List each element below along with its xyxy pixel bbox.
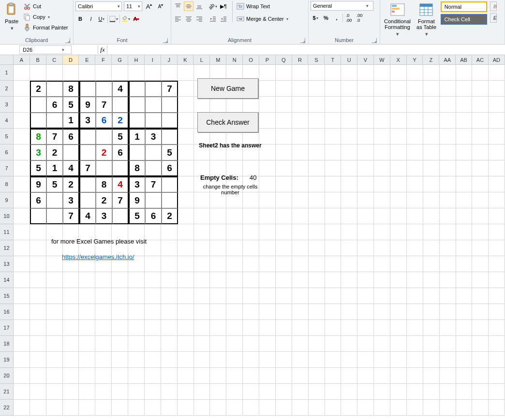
- cell-X15[interactable]: [390, 288, 407, 304]
- cell-AA1[interactable]: [440, 65, 456, 81]
- cell-U9[interactable]: [341, 192, 357, 208]
- cell-E16[interactable]: [79, 304, 95, 320]
- sudoku-cell-r1c7[interactable]: [129, 81, 145, 97]
- cell-S10[interactable]: [309, 208, 325, 224]
- cell-X3[interactable]: [390, 97, 407, 113]
- cell-S6[interactable]: [309, 145, 325, 160]
- cell-H15[interactable]: [128, 288, 145, 304]
- underline-button[interactable]: U▾: [97, 14, 106, 24]
- footer-link[interactable]: https://excelgames.itch.io/: [62, 253, 134, 261]
- sudoku-cell-r2c7[interactable]: [129, 97, 145, 113]
- cell-O10[interactable]: [243, 208, 259, 224]
- sudoku-cell-r2c3[interactable]: 5: [63, 97, 79, 113]
- cell-S11[interactable]: [309, 224, 325, 240]
- cell-AB9[interactable]: [456, 192, 473, 208]
- cell-A8[interactable]: [14, 176, 30, 192]
- cell-style-bad[interactable]: B: [490, 1, 497, 11]
- cell-D20[interactable]: [63, 368, 79, 384]
- sudoku-cell-r4c5[interactable]: [96, 129, 112, 145]
- cell-AA4[interactable]: [440, 113, 456, 129]
- col-header-X[interactable]: X: [390, 55, 407, 64]
- cell-L13[interactable]: [194, 256, 210, 272]
- cell-O13[interactable]: [243, 256, 259, 272]
- cell-X22[interactable]: [390, 400, 407, 416]
- cell-H1[interactable]: [128, 65, 145, 81]
- cell-Z10[interactable]: [423, 208, 440, 224]
- cell-AB14[interactable]: [456, 272, 473, 288]
- sudoku-cell-r1c1[interactable]: 2: [30, 81, 46, 97]
- cell-M12[interactable]: [210, 240, 226, 256]
- cell-B17[interactable]: [30, 320, 46, 336]
- cell-U17[interactable]: [341, 320, 357, 336]
- sudoku-cell-r3c9[interactable]: [162, 113, 178, 129]
- cell-K15[interactable]: [178, 288, 194, 304]
- cell-U1[interactable]: [341, 65, 357, 81]
- cell-V22[interactable]: [357, 400, 374, 416]
- cell-I19[interactable]: [145, 352, 161, 368]
- cell-AD17[interactable]: [489, 320, 505, 336]
- align-left-button[interactable]: [173, 14, 183, 24]
- cell-AA12[interactable]: [440, 240, 456, 256]
- cell-V20[interactable]: [357, 368, 374, 384]
- cell-X7[interactable]: [390, 160, 407, 176]
- cell-AD1[interactable]: [489, 65, 505, 81]
- cell-W18[interactable]: [374, 336, 390, 352]
- sudoku-cell-r3c1[interactable]: [30, 113, 46, 129]
- cell-G20[interactable]: [112, 368, 128, 384]
- cell-U8[interactable]: [341, 176, 357, 192]
- cell-AD16[interactable]: [489, 304, 505, 320]
- cell-Y15[interactable]: [407, 288, 423, 304]
- cell-P7[interactable]: [259, 160, 276, 176]
- sudoku-cell-r8c2[interactable]: [46, 192, 63, 208]
- cell-AB22[interactable]: [456, 400, 473, 416]
- cell-J18[interactable]: [161, 336, 178, 352]
- cell-T6[interactable]: [325, 145, 342, 160]
- cell-M20[interactable]: [210, 368, 226, 384]
- sudoku-cell-r8c7[interactable]: 9: [129, 192, 145, 208]
- cell-W11[interactable]: [374, 224, 390, 240]
- cell-E22[interactable]: [79, 400, 95, 416]
- cell-S20[interactable]: [309, 368, 325, 384]
- sudoku-cell-r8c3[interactable]: 3: [63, 192, 79, 208]
- cell-E1[interactable]: [79, 65, 95, 81]
- cell-AD9[interactable]: [489, 192, 505, 208]
- cell-K22[interactable]: [178, 400, 194, 416]
- cell-N13[interactable]: [226, 256, 243, 272]
- sudoku-cell-r6c4[interactable]: 7: [79, 160, 96, 176]
- cell-B19[interactable]: [30, 352, 46, 368]
- cell-J22[interactable]: [161, 400, 178, 416]
- sudoku-cell-r6c2[interactable]: 1: [46, 160, 63, 176]
- cell-L22[interactable]: [194, 400, 210, 416]
- sudoku-cell-r2c1[interactable]: [30, 97, 46, 113]
- cell-AC17[interactable]: [472, 320, 489, 336]
- cut-button[interactable]: Cut: [23, 1, 68, 12]
- cell-K3[interactable]: [178, 97, 194, 113]
- row-header-13[interactable]: 13: [0, 256, 14, 272]
- cell-G22[interactable]: [112, 400, 128, 416]
- cell-T17[interactable]: [325, 320, 342, 336]
- cell-R12[interactable]: [292, 240, 309, 256]
- cell-AC21[interactable]: [472, 384, 489, 400]
- col-header-Z[interactable]: Z: [423, 55, 439, 64]
- cell-J19[interactable]: [161, 352, 178, 368]
- sudoku-cell-r6c5[interactable]: [96, 160, 112, 176]
- cell-AC13[interactable]: [472, 256, 489, 272]
- cell-T22[interactable]: [325, 400, 342, 416]
- cell-S13[interactable]: [309, 256, 325, 272]
- row-header-3[interactable]: 3: [0, 97, 14, 113]
- font-expand-icon[interactable]: [163, 38, 168, 43]
- sudoku-cell-r5c1[interactable]: 3: [30, 145, 46, 160]
- cell-V19[interactable]: [357, 352, 374, 368]
- cell-I11[interactable]: [145, 224, 161, 240]
- cell-K4[interactable]: [178, 113, 194, 129]
- cell-AC12[interactable]: [472, 240, 489, 256]
- row-header-14[interactable]: 14: [0, 272, 14, 288]
- sudoku-cell-r7c9[interactable]: [162, 176, 178, 192]
- cell-N16[interactable]: [226, 304, 243, 320]
- cell-T12[interactable]: [325, 240, 342, 256]
- sudoku-cell-r4c2[interactable]: 7: [46, 129, 63, 145]
- sudoku-cell-r4c4[interactable]: [79, 129, 96, 145]
- cell-S4[interactable]: [309, 113, 325, 129]
- cell-Q10[interactable]: [276, 208, 292, 224]
- cell-D16[interactable]: [63, 304, 79, 320]
